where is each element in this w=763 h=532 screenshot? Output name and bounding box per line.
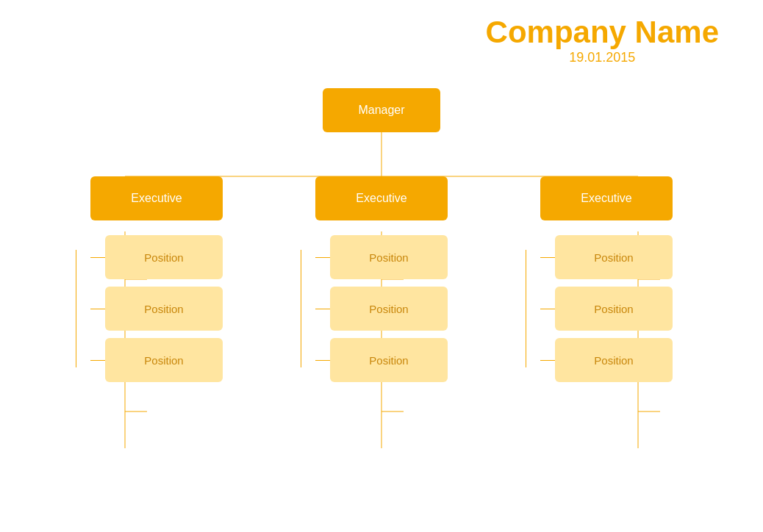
position-box-left-1: Position bbox=[105, 235, 223, 279]
position-list-left: Position Position Position bbox=[90, 235, 223, 382]
position-label-left-3: Position bbox=[144, 354, 183, 367]
position-label-center-2: Position bbox=[369, 303, 408, 315]
exec-col-left: Executive Position Position Position bbox=[54, 176, 259, 382]
exec-box-center: Executive bbox=[315, 176, 448, 220]
position-label-center-3: Position bbox=[369, 354, 408, 367]
position-box-right-3: Position bbox=[555, 338, 673, 382]
exec-label-center: Executive bbox=[356, 192, 406, 205]
position-label-right-3: Position bbox=[594, 354, 633, 367]
company-header: Company Name 19.01.2015 bbox=[486, 15, 719, 65]
position-label-center-1: Position bbox=[369, 251, 408, 264]
position-box-left-2: Position bbox=[105, 287, 223, 331]
position-label-left-1: Position bbox=[144, 251, 183, 264]
exec-box-right: Executive bbox=[540, 176, 673, 220]
manager-box: Manager bbox=[323, 88, 440, 132]
position-box-left-3: Position bbox=[105, 338, 223, 382]
manager-label: Manager bbox=[358, 104, 404, 117]
exec-label-right: Executive bbox=[581, 192, 631, 205]
exec-label-left: Executive bbox=[131, 192, 182, 205]
position-box-center-2: Position bbox=[330, 287, 448, 331]
exec-col-center: Executive Position Position Position bbox=[279, 176, 484, 382]
company-name: Company Name bbox=[486, 15, 719, 50]
position-box-right-2: Position bbox=[555, 287, 673, 331]
position-list-right: Position Position Position bbox=[540, 235, 673, 382]
position-box-right-1: Position bbox=[555, 235, 673, 279]
position-label-right-1: Position bbox=[594, 251, 633, 264]
company-date: 19.01.2015 bbox=[486, 50, 719, 65]
position-label-right-2: Position bbox=[594, 303, 633, 315]
executive-row: Executive Position Position Position Exe… bbox=[0, 176, 763, 382]
position-box-center-1: Position bbox=[330, 235, 448, 279]
exec-col-right: Executive Position Position Position bbox=[504, 176, 709, 382]
org-chart: Manager Executive Position Position Posi… bbox=[0, 81, 763, 532]
position-label-left-2: Position bbox=[144, 303, 183, 315]
position-list-center: Position Position Position bbox=[315, 235, 448, 382]
exec-box-left: Executive bbox=[90, 176, 223, 220]
position-box-center-3: Position bbox=[330, 338, 448, 382]
